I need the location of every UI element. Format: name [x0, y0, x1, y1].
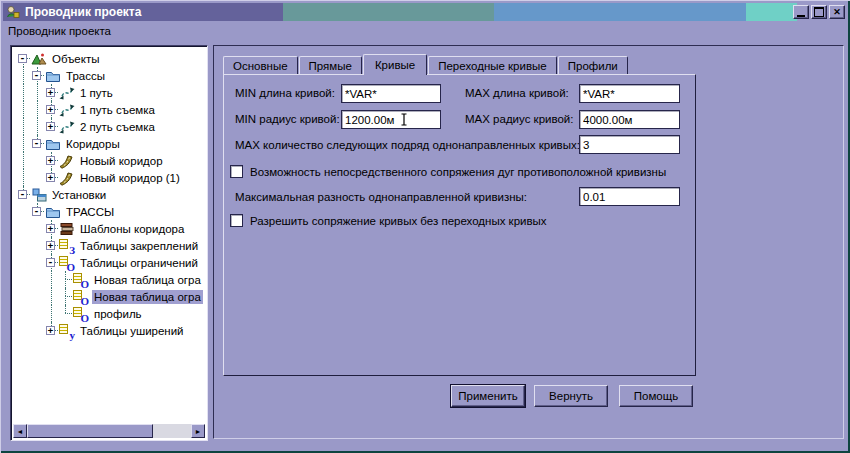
tree-item-15[interactable]: ОНовая таблица огра	[13, 288, 205, 305]
tree-guide	[16, 84, 30, 101]
menu-item-project-explorer[interactable]: Проводник проекта	[3, 23, 116, 39]
tree-connector: -	[30, 135, 44, 152]
opposite-arcs-checkbox[interactable]	[230, 165, 243, 178]
tree-guide	[16, 169, 30, 186]
tree-connector: -	[30, 67, 44, 84]
scrollbar-track[interactable]	[153, 424, 191, 438]
tree-item-6[interactable]: -Коридоры	[13, 135, 205, 152]
tree-guide	[16, 203, 30, 220]
tree-item-8[interactable]: +Новый коридор (1)	[13, 169, 205, 186]
table-letter-icon: О	[73, 289, 89, 305]
tree-item-label: Трассы	[64, 69, 107, 83]
objects-icon	[31, 51, 47, 67]
tree-guide	[16, 118, 30, 135]
tab-4[interactable]: Переходные кривые	[428, 56, 557, 74]
max-consecutive-input[interactable]	[579, 135, 680, 154]
app-icon	[6, 5, 20, 19]
tree-item-3[interactable]: +1 путь	[13, 84, 205, 101]
close-icon: ✕	[833, 8, 841, 17]
tree-item-2[interactable]: -Трассы	[13, 67, 205, 84]
tree-connector: +	[44, 322, 58, 339]
tab-5[interactable]: Профили	[558, 56, 628, 74]
tree-item-10[interactable]: -ТРАССЫ	[13, 203, 205, 220]
tree-item-7[interactable]: +Новый коридор	[13, 152, 205, 169]
collapse-toggle[interactable]: -	[32, 207, 41, 216]
tree-guide	[30, 271, 44, 288]
path-icon	[59, 119, 75, 135]
table-letter-icon: О	[73, 306, 89, 322]
scroll-right-button[interactable]: ►	[191, 424, 205, 438]
expand-toggle[interactable]: +	[46, 88, 55, 97]
min-radius-input[interactable]	[341, 110, 441, 129]
tabstrip: ОсновныеПрямыеКривыеПереходные кривыеПро…	[223, 53, 629, 74]
max-length-input[interactable]	[579, 84, 680, 103]
expand-toggle[interactable]: +	[46, 156, 55, 165]
expand-toggle[interactable]: +	[46, 224, 55, 233]
tree-item-label: 1 путь съемка	[78, 103, 157, 117]
expand-toggle[interactable]: +	[46, 105, 55, 114]
tree-connector: +	[44, 84, 58, 101]
collapse-toggle[interactable]: -	[32, 71, 41, 80]
tree-item-5[interactable]: +2 путь съемка	[13, 118, 205, 135]
tree-item-1[interactable]: -Объекты	[13, 50, 205, 67]
tree-item-13[interactable]: -ОТаблицы ограничений	[13, 254, 205, 271]
folder-icon	[45, 136, 61, 152]
tree-item-label: Новая таблица огра	[92, 290, 203, 304]
collapse-toggle[interactable]: -	[18, 54, 27, 63]
revert-button[interactable]: Вернуть	[534, 385, 608, 407]
tree-guide	[16, 67, 30, 84]
collapse-toggle[interactable]: -	[32, 139, 41, 148]
tree-guide	[30, 305, 44, 322]
min-radius-label: MIN радиус кривой:	[235, 112, 340, 127]
tree-guide	[16, 237, 30, 254]
tree-item-9[interactable]: -Установки	[13, 186, 205, 203]
tree-item-4[interactable]: +1 путь съемка	[13, 101, 205, 118]
apply-button[interactable]: Применить	[451, 385, 525, 407]
minimize-button[interactable]	[793, 5, 809, 19]
tree-guide	[30, 169, 44, 186]
maximize-button[interactable]	[811, 5, 827, 19]
expand-toggle[interactable]: +	[46, 326, 55, 335]
settings-icon	[31, 187, 47, 203]
tab-2[interactable]: Прямые	[299, 56, 362, 74]
tree-item-label: Таблицы ограничений	[78, 256, 200, 270]
expand-toggle[interactable]: +	[46, 173, 55, 182]
tree-guide	[16, 135, 30, 152]
corridor-icon	[59, 170, 75, 186]
max-difference-input[interactable]	[579, 187, 680, 206]
expand-toggle[interactable]: +	[46, 122, 55, 131]
tree-connector	[58, 271, 72, 288]
tree-horizontal-scrollbar[interactable]: ◄ ►	[13, 424, 205, 438]
tree-item-label: Шаблоны коридора	[78, 222, 186, 236]
tree-item-label: Объекты	[50, 52, 101, 66]
collapse-toggle[interactable]: -	[18, 190, 27, 199]
min-length-input[interactable]	[341, 84, 441, 103]
tree-guide	[30, 322, 44, 339]
tree-item-14[interactable]: ОНовая таблица огра	[13, 271, 205, 288]
help-button[interactable]: Помощь	[619, 385, 693, 407]
titlebar[interactable]: Проводник проекта ✕	[3, 3, 847, 21]
tree-item-16[interactable]: Опрофиль	[13, 305, 205, 322]
tab-3[interactable]: Кривые	[363, 54, 427, 75]
table-letter-icon: О	[73, 272, 89, 288]
no-transition-checkbox[interactable]	[230, 214, 243, 227]
window-title: Проводник проекта	[25, 5, 141, 19]
max-difference-label: Максимальная разность однонаправленной к…	[235, 190, 527, 205]
max-radius-input[interactable]	[579, 110, 680, 129]
tree-connector: +	[44, 169, 58, 186]
expand-toggle[interactable]: +	[46, 241, 55, 250]
tab-1[interactable]: Основные	[223, 56, 298, 74]
tree-guide	[30, 254, 44, 271]
close-button[interactable]: ✕	[829, 5, 845, 19]
scroll-left-button[interactable]: ◄	[13, 424, 27, 438]
tree-item-12[interactable]: +ЗТаблицы закреплений	[13, 237, 205, 254]
tree-item-11[interactable]: +Шаблоны коридора	[13, 220, 205, 237]
table-letter-icon: О	[59, 255, 75, 271]
tree-connector: -	[16, 50, 30, 67]
tree-guide	[16, 220, 30, 237]
scroll-left-icon: ◄	[17, 428, 24, 435]
collapse-toggle[interactable]: -	[46, 258, 55, 267]
tree-guide	[30, 84, 44, 101]
scrollbar-thumb[interactable]	[27, 424, 153, 438]
tree-item-17[interactable]: +уТаблицы уширений	[13, 322, 205, 339]
